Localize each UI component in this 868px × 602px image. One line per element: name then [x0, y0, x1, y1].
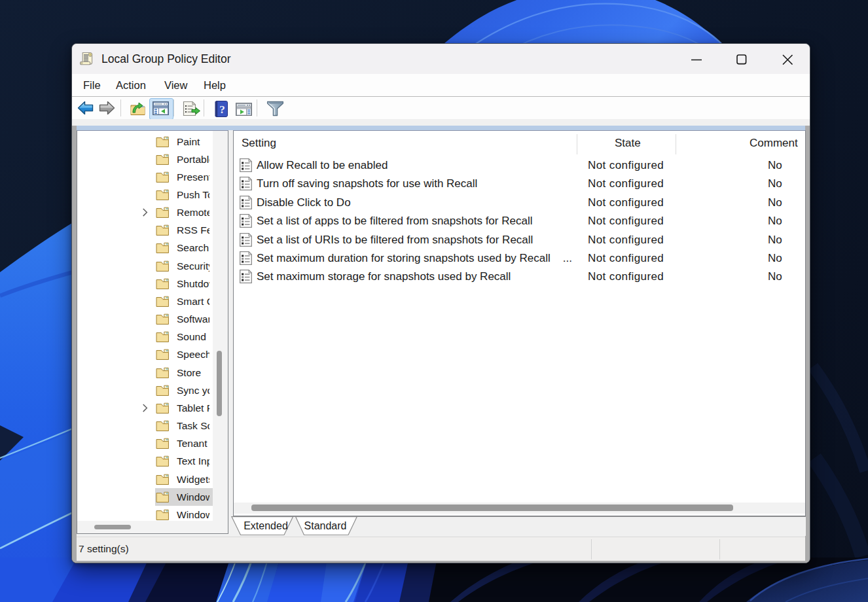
svg-text:Standard: Standard: [304, 520, 347, 531]
svg-text:?: ?: [219, 103, 225, 116]
svg-text:Extended: Extended: [244, 520, 288, 531]
